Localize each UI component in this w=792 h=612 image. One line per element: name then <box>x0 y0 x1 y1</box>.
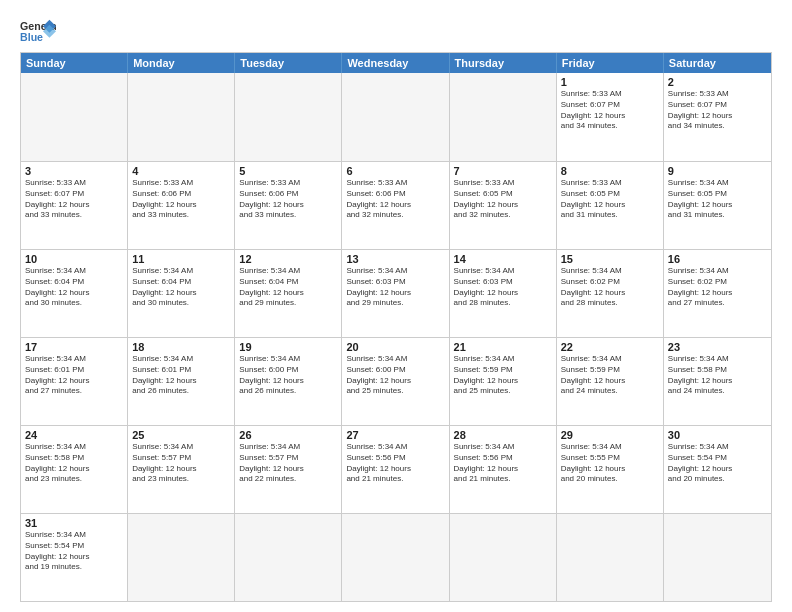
calendar-empty-cell <box>128 73 235 161</box>
calendar-day-14: 14Sunrise: 5:34 AM Sunset: 6:03 PM Dayli… <box>450 250 557 337</box>
day-info: Sunrise: 5:34 AM Sunset: 6:03 PM Dayligh… <box>346 266 444 309</box>
calendar-day-8: 8Sunrise: 5:33 AM Sunset: 6:05 PM Daylig… <box>557 162 664 249</box>
calendar-week-6: 31Sunrise: 5:34 AM Sunset: 5:54 PM Dayli… <box>21 513 771 601</box>
day-number: 17 <box>25 341 123 353</box>
day-info: Sunrise: 5:33 AM Sunset: 6:07 PM Dayligh… <box>668 89 767 132</box>
day-info: Sunrise: 5:34 AM Sunset: 6:04 PM Dayligh… <box>132 266 230 309</box>
day-number: 5 <box>239 165 337 177</box>
weekday-header-tuesday: Tuesday <box>235 53 342 73</box>
calendar-body: 1Sunrise: 5:33 AM Sunset: 6:07 PM Daylig… <box>21 73 771 601</box>
calendar-empty-cell <box>450 514 557 601</box>
calendar-day-13: 13Sunrise: 5:34 AM Sunset: 6:03 PM Dayli… <box>342 250 449 337</box>
calendar-day-7: 7Sunrise: 5:33 AM Sunset: 6:05 PM Daylig… <box>450 162 557 249</box>
day-info: Sunrise: 5:34 AM Sunset: 5:54 PM Dayligh… <box>668 442 767 485</box>
day-number: 21 <box>454 341 552 353</box>
calendar-day-10: 10Sunrise: 5:34 AM Sunset: 6:04 PM Dayli… <box>21 250 128 337</box>
calendar-day-20: 20Sunrise: 5:34 AM Sunset: 6:00 PM Dayli… <box>342 338 449 425</box>
calendar-day-16: 16Sunrise: 5:34 AM Sunset: 6:02 PM Dayli… <box>664 250 771 337</box>
day-info: Sunrise: 5:34 AM Sunset: 6:02 PM Dayligh… <box>668 266 767 309</box>
calendar-day-24: 24Sunrise: 5:34 AM Sunset: 5:58 PM Dayli… <box>21 426 128 513</box>
day-info: Sunrise: 5:33 AM Sunset: 6:07 PM Dayligh… <box>561 89 659 132</box>
calendar-day-5: 5Sunrise: 5:33 AM Sunset: 6:06 PM Daylig… <box>235 162 342 249</box>
logo: General Blue <box>20 18 56 46</box>
weekday-header-saturday: Saturday <box>664 53 771 73</box>
day-number: 12 <box>239 253 337 265</box>
page: General Blue SundayMondayTuesdayWednesda… <box>0 0 792 612</box>
day-number: 11 <box>132 253 230 265</box>
day-info: Sunrise: 5:34 AM Sunset: 6:00 PM Dayligh… <box>346 354 444 397</box>
day-number: 1 <box>561 76 659 88</box>
day-info: Sunrise: 5:34 AM Sunset: 6:05 PM Dayligh… <box>668 178 767 221</box>
day-number: 15 <box>561 253 659 265</box>
day-number: 9 <box>668 165 767 177</box>
day-number: 28 <box>454 429 552 441</box>
calendar: SundayMondayTuesdayWednesdayThursdayFrid… <box>20 52 772 602</box>
day-number: 8 <box>561 165 659 177</box>
calendar-header: SundayMondayTuesdayWednesdayThursdayFrid… <box>21 53 771 73</box>
calendar-day-25: 25Sunrise: 5:34 AM Sunset: 5:57 PM Dayli… <box>128 426 235 513</box>
day-info: Sunrise: 5:34 AM Sunset: 6:03 PM Dayligh… <box>454 266 552 309</box>
weekday-header-wednesday: Wednesday <box>342 53 449 73</box>
day-info: Sunrise: 5:33 AM Sunset: 6:06 PM Dayligh… <box>239 178 337 221</box>
day-info: Sunrise: 5:34 AM Sunset: 5:55 PM Dayligh… <box>561 442 659 485</box>
day-info: Sunrise: 5:34 AM Sunset: 5:56 PM Dayligh… <box>346 442 444 485</box>
day-number: 2 <box>668 76 767 88</box>
day-number: 6 <box>346 165 444 177</box>
calendar-week-3: 10Sunrise: 5:34 AM Sunset: 6:04 PM Dayli… <box>21 249 771 337</box>
calendar-day-22: 22Sunrise: 5:34 AM Sunset: 5:59 PM Dayli… <box>557 338 664 425</box>
day-number: 20 <box>346 341 444 353</box>
calendar-empty-cell <box>342 73 449 161</box>
day-number: 22 <box>561 341 659 353</box>
day-info: Sunrise: 5:34 AM Sunset: 5:58 PM Dayligh… <box>25 442 123 485</box>
day-info: Sunrise: 5:34 AM Sunset: 6:01 PM Dayligh… <box>25 354 123 397</box>
calendar-day-18: 18Sunrise: 5:34 AM Sunset: 6:01 PM Dayli… <box>128 338 235 425</box>
day-info: Sunrise: 5:34 AM Sunset: 6:04 PM Dayligh… <box>239 266 337 309</box>
calendar-day-30: 30Sunrise: 5:34 AM Sunset: 5:54 PM Dayli… <box>664 426 771 513</box>
calendar-day-31: 31Sunrise: 5:34 AM Sunset: 5:54 PM Dayli… <box>21 514 128 601</box>
day-info: Sunrise: 5:33 AM Sunset: 6:06 PM Dayligh… <box>346 178 444 221</box>
header: General Blue <box>20 18 772 46</box>
calendar-day-1: 1Sunrise: 5:33 AM Sunset: 6:07 PM Daylig… <box>557 73 664 161</box>
day-number: 16 <box>668 253 767 265</box>
day-number: 30 <box>668 429 767 441</box>
day-info: Sunrise: 5:34 AM Sunset: 5:56 PM Dayligh… <box>454 442 552 485</box>
day-info: Sunrise: 5:33 AM Sunset: 6:07 PM Dayligh… <box>25 178 123 221</box>
calendar-day-27: 27Sunrise: 5:34 AM Sunset: 5:56 PM Dayli… <box>342 426 449 513</box>
day-info: Sunrise: 5:33 AM Sunset: 6:06 PM Dayligh… <box>132 178 230 221</box>
day-info: Sunrise: 5:33 AM Sunset: 6:05 PM Dayligh… <box>561 178 659 221</box>
day-number: 24 <box>25 429 123 441</box>
calendar-day-3: 3Sunrise: 5:33 AM Sunset: 6:07 PM Daylig… <box>21 162 128 249</box>
calendar-week-2: 3Sunrise: 5:33 AM Sunset: 6:07 PM Daylig… <box>21 161 771 249</box>
calendar-day-2: 2Sunrise: 5:33 AM Sunset: 6:07 PM Daylig… <box>664 73 771 161</box>
day-info: Sunrise: 5:34 AM Sunset: 5:59 PM Dayligh… <box>454 354 552 397</box>
weekday-header-monday: Monday <box>128 53 235 73</box>
calendar-empty-cell <box>557 514 664 601</box>
calendar-empty-cell <box>342 514 449 601</box>
calendar-empty-cell <box>450 73 557 161</box>
day-info: Sunrise: 5:33 AM Sunset: 6:05 PM Dayligh… <box>454 178 552 221</box>
day-number: 23 <box>668 341 767 353</box>
day-number: 10 <box>25 253 123 265</box>
calendar-empty-cell <box>235 514 342 601</box>
calendar-empty-cell <box>664 514 771 601</box>
day-number: 31 <box>25 517 123 529</box>
calendar-day-26: 26Sunrise: 5:34 AM Sunset: 5:57 PM Dayli… <box>235 426 342 513</box>
day-number: 7 <box>454 165 552 177</box>
day-info: Sunrise: 5:34 AM Sunset: 5:57 PM Dayligh… <box>239 442 337 485</box>
weekday-header-sunday: Sunday <box>21 53 128 73</box>
calendar-day-19: 19Sunrise: 5:34 AM Sunset: 6:00 PM Dayli… <box>235 338 342 425</box>
calendar-day-23: 23Sunrise: 5:34 AM Sunset: 5:58 PM Dayli… <box>664 338 771 425</box>
calendar-week-5: 24Sunrise: 5:34 AM Sunset: 5:58 PM Dayli… <box>21 425 771 513</box>
calendar-day-17: 17Sunrise: 5:34 AM Sunset: 6:01 PM Dayli… <box>21 338 128 425</box>
day-number: 26 <box>239 429 337 441</box>
day-info: Sunrise: 5:34 AM Sunset: 6:01 PM Dayligh… <box>132 354 230 397</box>
calendar-day-9: 9Sunrise: 5:34 AM Sunset: 6:05 PM Daylig… <box>664 162 771 249</box>
weekday-header-thursday: Thursday <box>450 53 557 73</box>
calendar-day-15: 15Sunrise: 5:34 AM Sunset: 6:02 PM Dayli… <box>557 250 664 337</box>
day-info: Sunrise: 5:34 AM Sunset: 5:58 PM Dayligh… <box>668 354 767 397</box>
calendar-day-29: 29Sunrise: 5:34 AM Sunset: 5:55 PM Dayli… <box>557 426 664 513</box>
calendar-day-21: 21Sunrise: 5:34 AM Sunset: 5:59 PM Dayli… <box>450 338 557 425</box>
svg-text:Blue: Blue <box>20 31 43 43</box>
day-number: 27 <box>346 429 444 441</box>
calendar-week-4: 17Sunrise: 5:34 AM Sunset: 6:01 PM Dayli… <box>21 337 771 425</box>
